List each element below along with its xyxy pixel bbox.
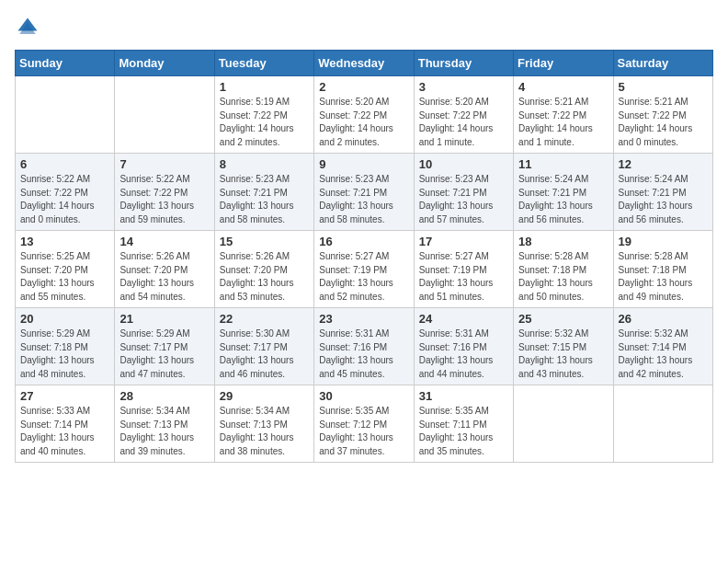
calendar-cell: 23Sunrise: 5:31 AM Sunset: 7:16 PM Dayli…	[314, 308, 414, 385]
calendar-cell: 12Sunrise: 5:24 AM Sunset: 7:21 PM Dayli…	[613, 154, 712, 231]
calendar-cell	[16, 76, 115, 154]
day-number: 12	[619, 157, 708, 171]
calendar-cell: 24Sunrise: 5:31 AM Sunset: 7:16 PM Dayli…	[414, 308, 513, 385]
day-info: Sunrise: 5:22 AM Sunset: 7:22 PM Dayligh…	[20, 173, 109, 226]
day-info: Sunrise: 5:33 AM Sunset: 7:14 PM Dayligh…	[20, 405, 109, 458]
day-info: Sunrise: 5:20 AM Sunset: 7:22 PM Dayligh…	[319, 96, 408, 149]
day-info: Sunrise: 5:19 AM Sunset: 7:22 PM Dayligh…	[220, 96, 309, 149]
calendar-cell: 11Sunrise: 5:24 AM Sunset: 7:21 PM Dayli…	[514, 154, 613, 231]
day-info: Sunrise: 5:31 AM Sunset: 7:16 PM Dayligh…	[319, 327, 408, 381]
day-info: Sunrise: 5:35 AM Sunset: 7:11 PM Dayligh…	[419, 405, 508, 458]
day-number: 18	[518, 235, 608, 248]
calendar-cell: 21Sunrise: 5:29 AM Sunset: 7:17 PM Dayli…	[115, 308, 214, 385]
calendar-cell: 2Sunrise: 5:20 AM Sunset: 7:22 PM Daylig…	[314, 76, 414, 154]
calendar-week-row: 1Sunrise: 5:19 AM Sunset: 7:22 PM Daylig…	[16, 76, 713, 154]
calendar-day-header: Wednesday	[314, 51, 414, 76]
day-number: 20	[20, 312, 109, 326]
calendar-cell: 22Sunrise: 5:30 AM Sunset: 7:17 PM Dayli…	[214, 308, 313, 385]
day-number: 17	[419, 235, 508, 248]
day-number: 8	[220, 157, 309, 171]
calendar-cell: 8Sunrise: 5:23 AM Sunset: 7:21 PM Daylig…	[214, 154, 313, 231]
day-number: 29	[220, 389, 309, 403]
calendar-cell: 17Sunrise: 5:27 AM Sunset: 7:19 PM Dayli…	[414, 231, 513, 308]
day-info: Sunrise: 5:24 AM Sunset: 7:21 PM Dayligh…	[518, 173, 608, 226]
day-info: Sunrise: 5:34 AM Sunset: 7:13 PM Dayligh…	[220, 405, 309, 458]
calendar-day-header: Monday	[115, 51, 214, 76]
day-info: Sunrise: 5:26 AM Sunset: 7:20 PM Dayligh…	[119, 250, 209, 304]
calendar-table: SundayMondayTuesdayWednesdayThursdayFrid…	[15, 50, 713, 463]
calendar-cell: 3Sunrise: 5:20 AM Sunset: 7:22 PM Daylig…	[414, 76, 513, 154]
calendar-cell: 4Sunrise: 5:21 AM Sunset: 7:22 PM Daylig…	[514, 76, 613, 154]
day-info: Sunrise: 5:20 AM Sunset: 7:22 PM Dayligh…	[419, 96, 508, 149]
calendar-day-header: Thursday	[414, 51, 513, 76]
day-number: 1	[220, 80, 309, 94]
day-info: Sunrise: 5:32 AM Sunset: 7:14 PM Dayligh…	[619, 327, 708, 381]
calendar-cell	[115, 76, 214, 154]
day-number: 11	[518, 157, 608, 171]
day-info: Sunrise: 5:23 AM Sunset: 7:21 PM Dayligh…	[220, 173, 309, 226]
calendar-week-row: 6Sunrise: 5:22 AM Sunset: 7:22 PM Daylig…	[16, 154, 713, 231]
day-number: 7	[119, 157, 209, 171]
day-info: Sunrise: 5:23 AM Sunset: 7:21 PM Dayligh…	[319, 173, 408, 226]
day-number: 5	[619, 80, 708, 94]
calendar-cell	[613, 385, 712, 463]
day-number: 22	[220, 312, 309, 326]
day-number: 30	[319, 389, 408, 403]
day-number: 31	[419, 389, 508, 403]
calendar-cell: 30Sunrise: 5:35 AM Sunset: 7:12 PM Dayli…	[314, 385, 414, 463]
calendar-cell: 9Sunrise: 5:23 AM Sunset: 7:21 PM Daylig…	[314, 154, 414, 231]
page-header	[15, 15, 713, 40]
calendar-cell: 20Sunrise: 5:29 AM Sunset: 7:18 PM Dayli…	[16, 308, 115, 385]
calendar-cell: 7Sunrise: 5:22 AM Sunset: 7:22 PM Daylig…	[115, 154, 214, 231]
calendar-cell: 26Sunrise: 5:32 AM Sunset: 7:14 PM Dayli…	[613, 308, 712, 385]
calendar-cell	[514, 385, 613, 463]
calendar-cell: 1Sunrise: 5:19 AM Sunset: 7:22 PM Daylig…	[214, 76, 313, 154]
day-number: 28	[119, 389, 209, 403]
day-info: Sunrise: 5:26 AM Sunset: 7:20 PM Dayligh…	[220, 250, 309, 304]
day-number: 21	[119, 312, 209, 326]
day-info: Sunrise: 5:27 AM Sunset: 7:19 PM Dayligh…	[319, 250, 408, 304]
day-info: Sunrise: 5:29 AM Sunset: 7:17 PM Dayligh…	[119, 327, 209, 381]
calendar-day-header: Friday	[514, 51, 613, 76]
day-number: 23	[319, 312, 408, 326]
calendar-day-header: Tuesday	[214, 51, 313, 76]
calendar-cell: 6Sunrise: 5:22 AM Sunset: 7:22 PM Daylig…	[16, 154, 115, 231]
day-number: 2	[319, 80, 408, 94]
calendar-day-header: Saturday	[613, 51, 712, 76]
day-info: Sunrise: 5:32 AM Sunset: 7:15 PM Dayligh…	[518, 327, 608, 381]
day-info: Sunrise: 5:24 AM Sunset: 7:21 PM Dayligh…	[619, 173, 708, 226]
day-number: 25	[518, 312, 608, 326]
day-number: 6	[20, 157, 109, 171]
day-info: Sunrise: 5:28 AM Sunset: 7:18 PM Dayligh…	[518, 250, 608, 304]
calendar-cell: 28Sunrise: 5:34 AM Sunset: 7:13 PM Dayli…	[115, 385, 214, 463]
day-info: Sunrise: 5:30 AM Sunset: 7:17 PM Dayligh…	[220, 327, 309, 381]
day-number: 3	[419, 80, 508, 94]
day-number: 9	[319, 157, 408, 171]
calendar-cell: 14Sunrise: 5:26 AM Sunset: 7:20 PM Dayli…	[115, 231, 214, 308]
day-number: 14	[119, 235, 209, 248]
calendar-week-row: 27Sunrise: 5:33 AM Sunset: 7:14 PM Dayli…	[16, 385, 713, 463]
day-number: 24	[419, 312, 508, 326]
day-info: Sunrise: 5:31 AM Sunset: 7:16 PM Dayligh…	[419, 327, 508, 381]
day-info: Sunrise: 5:34 AM Sunset: 7:13 PM Dayligh…	[119, 405, 209, 458]
day-info: Sunrise: 5:25 AM Sunset: 7:20 PM Dayligh…	[20, 250, 109, 304]
day-number: 15	[220, 235, 309, 248]
calendar-day-header: Sunday	[16, 51, 115, 76]
calendar-week-row: 13Sunrise: 5:25 AM Sunset: 7:20 PM Dayli…	[16, 231, 713, 308]
calendar-cell: 5Sunrise: 5:21 AM Sunset: 7:22 PM Daylig…	[613, 76, 712, 154]
day-number: 26	[619, 312, 708, 326]
calendar-cell: 10Sunrise: 5:23 AM Sunset: 7:21 PM Dayli…	[414, 154, 513, 231]
day-info: Sunrise: 5:23 AM Sunset: 7:21 PM Dayligh…	[419, 173, 508, 226]
calendar-cell: 18Sunrise: 5:28 AM Sunset: 7:18 PM Dayli…	[514, 231, 613, 308]
calendar-cell: 25Sunrise: 5:32 AM Sunset: 7:15 PM Dayli…	[514, 308, 613, 385]
calendar-cell: 13Sunrise: 5:25 AM Sunset: 7:20 PM Dayli…	[16, 231, 115, 308]
logo	[15, 15, 44, 40]
calendar-cell: 15Sunrise: 5:26 AM Sunset: 7:20 PM Dayli…	[214, 231, 313, 308]
calendar-cell: 27Sunrise: 5:33 AM Sunset: 7:14 PM Dayli…	[16, 385, 115, 463]
day-number: 10	[419, 157, 508, 171]
day-number: 4	[518, 80, 608, 94]
day-info: Sunrise: 5:29 AM Sunset: 7:18 PM Dayligh…	[20, 327, 109, 381]
calendar-cell: 29Sunrise: 5:34 AM Sunset: 7:13 PM Dayli…	[214, 385, 313, 463]
day-number: 16	[319, 235, 408, 248]
day-info: Sunrise: 5:27 AM Sunset: 7:19 PM Dayligh…	[419, 250, 508, 304]
